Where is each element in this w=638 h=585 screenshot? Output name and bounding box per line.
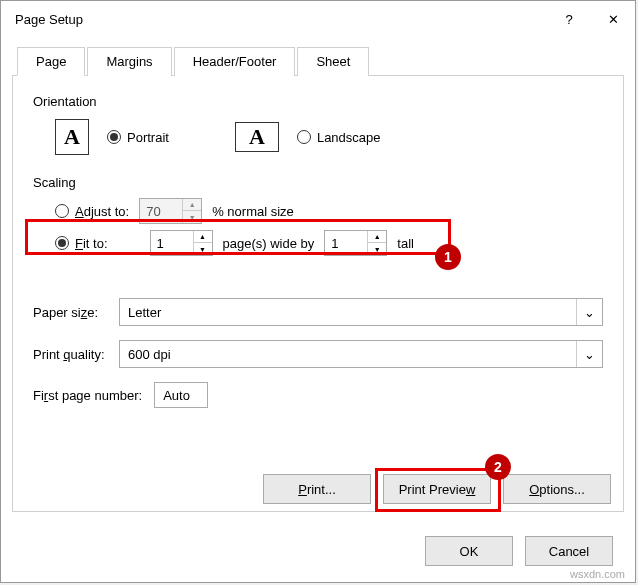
tab-sheet[interactable]: Sheet bbox=[297, 47, 369, 76]
close-button[interactable]: ✕ bbox=[591, 1, 635, 37]
orientation-row: Portrait Landscape bbox=[55, 119, 603, 155]
first-page-row: First page number: Auto bbox=[33, 382, 603, 408]
tab-strip: Page Margins Header/Footer Sheet bbox=[17, 47, 371, 76]
chevron-down-icon: ⌄ bbox=[576, 299, 602, 325]
spin-up-icon[interactable]: ▲ bbox=[183, 199, 201, 211]
paper-size-row: Paper size: Letter ⌄ bbox=[33, 298, 603, 326]
adjust-to-row: Adjust to: ▲▼ % normal size bbox=[55, 198, 603, 224]
radio-icon bbox=[297, 130, 311, 144]
spinner-buttons[interactable]: ▲▼ bbox=[193, 231, 212, 255]
fit-wide-value[interactable] bbox=[151, 231, 193, 255]
adjust-spinner[interactable]: ▲▼ bbox=[139, 198, 202, 224]
tab-margins[interactable]: Margins bbox=[87, 47, 171, 76]
fit-tall-spinner[interactable]: ▲▼ bbox=[324, 230, 387, 256]
landscape-radio[interactable]: Landscape bbox=[297, 130, 381, 145]
spin-down-icon[interactable]: ▼ bbox=[194, 243, 212, 255]
options-button[interactable]: Options... bbox=[503, 474, 611, 504]
print-button[interactable]: Print... bbox=[263, 474, 371, 504]
portrait-radio[interactable]: Portrait bbox=[107, 130, 169, 145]
portrait-label: Portrait bbox=[127, 130, 169, 145]
adjust-to-radio[interactable]: Adjust to: bbox=[55, 204, 129, 219]
adjust-to-label: Adjust to: bbox=[75, 204, 129, 219]
close-icon: ✕ bbox=[608, 12, 619, 27]
first-page-input[interactable]: Auto bbox=[154, 382, 208, 408]
spin-down-icon[interactable]: ▼ bbox=[368, 243, 386, 255]
spinner-buttons[interactable]: ▲▼ bbox=[367, 231, 386, 255]
radio-icon bbox=[55, 236, 69, 250]
callout-1: 1 bbox=[435, 244, 461, 270]
paper-size-value: Letter bbox=[128, 305, 161, 320]
chevron-down-icon: ⌄ bbox=[576, 341, 602, 367]
tab-page[interactable]: Page bbox=[17, 47, 85, 76]
paper-size-select[interactable]: Letter ⌄ bbox=[119, 298, 603, 326]
spin-down-icon[interactable]: ▼ bbox=[183, 211, 201, 223]
page-setup-dialog: Page Setup ? ✕ Page Margins Header/Foote… bbox=[0, 0, 636, 583]
fit-wide-spinner[interactable]: ▲▼ bbox=[150, 230, 213, 256]
print-preview-button[interactable]: Print Preview bbox=[383, 474, 491, 504]
titlebar: Page Setup ? ✕ bbox=[1, 1, 635, 37]
paper-size-label: Paper size: bbox=[33, 305, 119, 320]
cancel-button[interactable]: Cancel bbox=[525, 536, 613, 566]
print-quality-select[interactable]: 600 dpi ⌄ bbox=[119, 340, 603, 368]
scaling-heading: Scaling bbox=[33, 175, 603, 190]
adjust-suffix: % normal size bbox=[212, 204, 294, 219]
fit-tall-value[interactable] bbox=[325, 231, 367, 255]
fit-middle-label: page(s) wide by bbox=[223, 236, 315, 251]
fit-tall-label: tall bbox=[397, 236, 414, 251]
print-quality-row: Print quality: 600 dpi ⌄ bbox=[33, 340, 603, 368]
first-page-label: First page number: bbox=[33, 388, 142, 403]
fit-to-row: Fit to: ▲▼ page(s) wide by ▲▼ tall bbox=[55, 230, 603, 256]
watermark: wsxdn.com bbox=[570, 568, 625, 580]
help-button[interactable]: ? bbox=[547, 1, 591, 37]
footer-button-row: OK Cancel bbox=[425, 536, 613, 566]
radio-icon bbox=[55, 204, 69, 218]
orientation-heading: Orientation bbox=[33, 94, 603, 109]
adjust-value[interactable] bbox=[140, 199, 182, 223]
ok-button[interactable]: OK bbox=[425, 536, 513, 566]
spin-up-icon[interactable]: ▲ bbox=[368, 231, 386, 243]
callout-2: 2 bbox=[485, 454, 511, 480]
tab-headerfooter[interactable]: Header/Footer bbox=[174, 47, 296, 76]
help-icon: ? bbox=[565, 12, 572, 27]
page-tab-panel: Orientation Portrait Landscape Scaling A… bbox=[12, 75, 624, 512]
spin-up-icon[interactable]: ▲ bbox=[194, 231, 212, 243]
spinner-buttons[interactable]: ▲▼ bbox=[182, 199, 201, 223]
print-quality-value: 600 dpi bbox=[128, 347, 171, 362]
portrait-icon bbox=[55, 119, 89, 155]
fit-to-radio[interactable]: Fit to: bbox=[55, 236, 108, 251]
fit-to-label: Fit to: bbox=[75, 236, 108, 251]
landscape-icon bbox=[235, 122, 279, 152]
action-button-row: Print... Print Preview Options... bbox=[263, 474, 611, 504]
landscape-label: Landscape bbox=[317, 130, 381, 145]
print-quality-label: Print quality: bbox=[33, 347, 119, 362]
window-title: Page Setup bbox=[15, 12, 547, 27]
radio-icon bbox=[107, 130, 121, 144]
